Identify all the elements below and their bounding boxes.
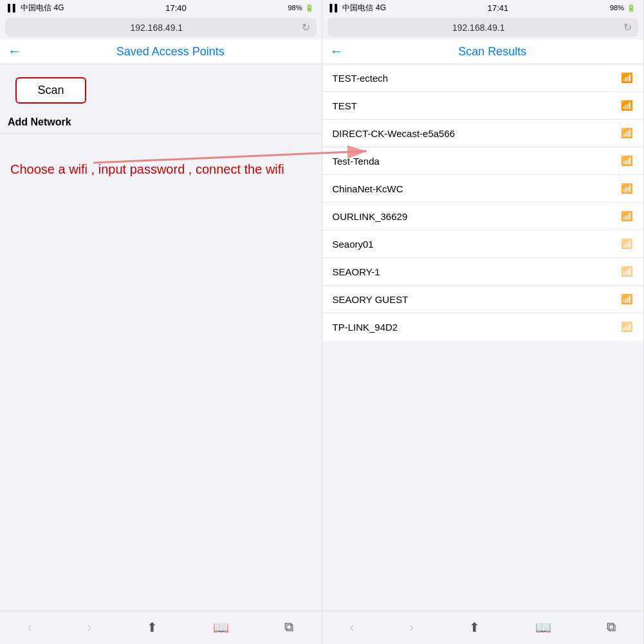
wifi-list-item[interactable]: ChinaNet-KcWC📶 <box>322 175 644 203</box>
battery-icon-right: 🔋 <box>627 4 636 12</box>
scan-button[interactable]: Scan <box>15 77 86 104</box>
network-type: 4G <box>54 3 64 12</box>
battery-percent-right: 98% <box>610 4 624 12</box>
wifi-network-name: TP-LINK_94D2 <box>333 322 398 333</box>
right-forward-nav-icon[interactable]: › <box>403 620 420 634</box>
wifi-network-name: Test-Tenda <box>333 156 380 167</box>
wifi-signal-icon: 📶 <box>621 266 633 277</box>
battery-icon-left: 🔋 <box>305 4 314 12</box>
left-back-nav-icon[interactable]: ‹ <box>21 620 39 634</box>
left-status-bar: ▌▌ 中国电信 4G 17:40 98% 🔋 <box>0 0 322 15</box>
wifi-list-item[interactable]: SEAORY GUEST📶 <box>322 286 644 313</box>
left-bookmarks-icon[interactable]: 📖 <box>207 620 235 635</box>
wifi-list-item[interactable]: TEST📶 <box>322 92 644 120</box>
left-share-icon[interactable]: ⬆ <box>140 620 164 635</box>
left-nav-bar: ← Saved Access Points <box>0 39 322 64</box>
left-content: Scan Add Network Choose a wifi , input p… <box>0 64 322 611</box>
left-back-button[interactable]: ← <box>8 43 22 60</box>
right-back-nav-icon[interactable]: ‹ <box>344 620 361 634</box>
wifi-signal-icon: 📶 <box>621 127 633 139</box>
left-address-bar[interactable]: 192.168.49.1 ↻ <box>5 18 317 37</box>
right-carrier: ▌▌ 中国电信 4G <box>330 3 387 14</box>
left-time: 17:40 <box>165 3 187 13</box>
wifi-list-item[interactable]: SEAORY-1📶 <box>322 258 644 286</box>
right-tabs-icon[interactable]: ⧉ <box>600 620 622 634</box>
signal-bars: ▌▌ <box>8 4 18 12</box>
left-carrier: ▌▌ 中国电信 4G <box>8 3 64 14</box>
right-time: 17:41 <box>488 3 509 13</box>
right-bookmarks-icon[interactable]: 📖 <box>529 620 558 635</box>
wifi-list-item[interactable]: DIRECT-CK-Wecast-e5a566📶 <box>322 120 644 147</box>
wifi-network-name: TEST-ectech <box>333 73 389 84</box>
right-status-bar: ▌▌ 中国电信 4G 17:41 98% 🔋 <box>322 0 644 15</box>
carrier-text: 中国电信 <box>21 3 51 14</box>
left-bottom-bar: ‹ › ⬆ 📖 ⧉ <box>0 611 322 644</box>
right-content: TEST-ectech📶TEST📶DIRECT-CK-Wecast-e5a566… <box>322 64 644 611</box>
wifi-list-item[interactable]: Seaory01📶 <box>322 230 644 258</box>
left-reload-icon[interactable]: ↻ <box>302 21 310 33</box>
left-panel: ▌▌ 中国电信 4G 17:40 98% 🔋 192.168.49.1 ↻ ← … <box>0 0 322 644</box>
wifi-signal-icon: 📶 <box>621 100 633 111</box>
wifi-list-item[interactable]: TP-LINK_94D2📶 <box>322 313 644 340</box>
right-panel: ▌▌ 中国电信 4G 17:41 98% 🔋 192.168.49.1 ↻ ← … <box>322 0 645 644</box>
wifi-network-name: TEST <box>333 100 357 111</box>
wifi-list-item[interactable]: Test-Tenda📶 <box>322 147 644 175</box>
right-back-button[interactable]: ← <box>330 43 344 60</box>
wifi-list-item[interactable]: TEST-ectech📶 <box>322 64 644 92</box>
wifi-network-name: SEAORY-1 <box>333 266 380 277</box>
wifi-signal-icon: 📶 <box>621 72 633 84</box>
wifi-list: TEST-ectech📶TEST📶DIRECT-CK-Wecast-e5a566… <box>322 64 644 340</box>
wifi-network-name: ChinaNet-KcWC <box>333 183 403 194</box>
left-nav-title: Saved Access Points <box>27 45 314 59</box>
left-forward-nav-icon[interactable]: › <box>81 620 98 634</box>
wifi-signal-icon: 📶 <box>621 293 633 305</box>
battery-percent-left: 98% <box>288 4 302 12</box>
add-network-label: Add Network <box>8 116 314 128</box>
wifi-network-name: DIRECT-CK-Wecast-e5a566 <box>333 128 455 139</box>
right-battery: 98% 🔋 <box>610 4 636 12</box>
right-bottom-bar: ‹ › ⬆ 📖 ⧉ <box>322 611 644 644</box>
wifi-network-name: SEAORY GUEST <box>333 294 409 305</box>
right-nav-bar: ← Scan Results <box>322 39 644 64</box>
right-nav-title: Scan Results <box>349 45 636 59</box>
wifi-network-name: Seaory01 <box>333 239 374 250</box>
right-carrier-text: 中国电信 <box>342 3 373 14</box>
right-url: 192.168.49.1 <box>334 23 624 33</box>
right-signal-bars: ▌▌ <box>330 4 340 12</box>
left-battery: 98% 🔋 <box>288 4 313 12</box>
wifi-signal-icon: 📶 <box>621 210 633 222</box>
instruction-text: Choose a wifi , input password , connect… <box>10 160 311 179</box>
wifi-network-name: OURLINK_36629 <box>333 211 408 222</box>
wifi-list-item[interactable]: OURLINK_36629📶 <box>322 203 644 230</box>
right-address-bar[interactable]: 192.168.49.1 ↻ <box>327 18 639 37</box>
wifi-signal-icon: 📶 <box>621 238 633 250</box>
left-tabs-icon[interactable]: ⧉ <box>278 620 300 634</box>
right-share-icon[interactable]: ⬆ <box>463 620 486 635</box>
left-url: 192.168.49.1 <box>12 23 302 33</box>
wifi-signal-icon: 📶 <box>621 155 633 167</box>
wifi-signal-icon: 📶 <box>621 321 633 333</box>
wifi-signal-icon: 📶 <box>621 183 633 194</box>
right-network-type: 4G <box>376 3 386 12</box>
right-reload-icon[interactable]: ↻ <box>623 21 632 33</box>
